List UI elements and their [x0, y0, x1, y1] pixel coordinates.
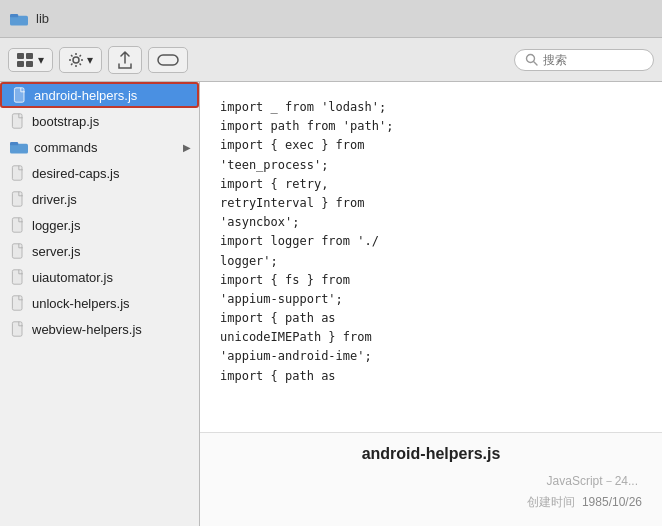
svg-rect-18: [12, 270, 22, 284]
sidebar-item-server[interactable]: server.js: [0, 238, 199, 264]
svg-rect-15: [12, 192, 22, 206]
sidebar-item-android-helpers[interactable]: android-helpers.js: [0, 82, 199, 108]
sidebar-item-desired-caps[interactable]: desired-caps.js: [0, 160, 199, 186]
file-info: android-helpers.js JavaScript－24... 创建时间…: [200, 432, 662, 526]
created-value: 1985/10/26: [582, 495, 642, 509]
svg-rect-16: [12, 218, 22, 232]
breadcrumb: lib: [10, 11, 49, 26]
main-content: android-helpers.js bootstrap.js commands…: [0, 82, 662, 526]
search-input[interactable]: [543, 53, 643, 67]
file-icon: [10, 113, 26, 129]
svg-rect-20: [12, 322, 22, 336]
svg-rect-19: [12, 296, 22, 310]
gear-icon: [68, 52, 84, 68]
svg-rect-11: [12, 114, 22, 128]
folder-icon: [10, 140, 28, 154]
svg-rect-3: [26, 53, 33, 59]
sidebar-item-label: android-helpers.js: [34, 88, 137, 103]
file-icon: [10, 269, 26, 285]
file-info-name: android-helpers.js: [220, 445, 642, 463]
svg-rect-4: [17, 61, 24, 67]
sidebar-item-label: unlock-helpers.js: [32, 296, 130, 311]
file-info-meta: JavaScript－24... 创建时间 1985/10/26: [220, 471, 642, 514]
sidebar-item-unlock-helpers[interactable]: unlock-helpers.js: [0, 290, 199, 316]
preview-pane: import _ from 'lodash'; import path from…: [200, 82, 662, 526]
svg-rect-13: [10, 142, 18, 145]
svg-point-6: [73, 57, 79, 63]
action-chevron: ▾: [87, 53, 93, 67]
file-icon: [12, 87, 28, 103]
svg-rect-5: [26, 61, 33, 67]
sidebar-item-uiautomator[interactable]: uiautomator.js: [0, 264, 199, 290]
svg-rect-17: [12, 244, 22, 258]
file-icon: [10, 321, 26, 337]
share-icon: [117, 51, 133, 69]
chevron-right-icon: ▶: [183, 142, 191, 153]
share-button[interactable]: [108, 46, 142, 74]
sidebar-item-commands[interactable]: commands ▶: [0, 134, 199, 160]
sidebar-item-webview-helpers[interactable]: webview-helpers.js: [0, 316, 199, 342]
sidebar-item-label: desired-caps.js: [32, 166, 119, 181]
sidebar-item-label: logger.js: [32, 218, 80, 233]
view-toggle-button[interactable]: ▾: [8, 48, 53, 72]
breadcrumb-label: lib: [36, 11, 49, 26]
svg-line-9: [534, 62, 537, 65]
svg-point-8: [527, 55, 535, 63]
file-icon: [10, 191, 26, 207]
grid-icon: [17, 53, 35, 67]
back-button[interactable]: [148, 47, 188, 73]
file-icon: [10, 217, 26, 233]
created-row: 创建时间 1985/10/26: [220, 492, 642, 514]
sidebar: android-helpers.js bootstrap.js commands…: [0, 82, 200, 526]
sidebar-item-label: webview-helpers.js: [32, 322, 142, 337]
svg-rect-14: [12, 166, 22, 180]
sidebar-item-bootstrap[interactable]: bootstrap.js: [0, 108, 199, 134]
toolbar: ▾ ▾: [0, 38, 662, 82]
code-content: import _ from 'lodash'; import path from…: [220, 98, 642, 386]
file-icon: [10, 243, 26, 259]
file-icon: [10, 165, 26, 181]
sidebar-item-label: uiautomator.js: [32, 270, 113, 285]
svg-rect-7: [158, 55, 178, 65]
sidebar-item-driver[interactable]: driver.js: [0, 186, 199, 212]
filetype-row: JavaScript－24...: [220, 471, 642, 493]
filetype-value: JavaScript－24...: [547, 474, 638, 488]
svg-rect-1: [10, 14, 18, 17]
sidebar-item-logger[interactable]: logger.js: [0, 212, 199, 238]
sidebar-item-label: driver.js: [32, 192, 77, 207]
created-label: 创建时间: [527, 495, 575, 509]
titlebar: lib: [0, 0, 662, 38]
svg-rect-10: [14, 88, 24, 102]
search-box[interactable]: [514, 49, 654, 71]
sidebar-item-label: commands: [34, 140, 98, 155]
view-chevron: ▾: [38, 53, 44, 67]
svg-rect-2: [17, 53, 24, 59]
action-button[interactable]: ▾: [59, 47, 102, 73]
folder-icon: [10, 12, 28, 26]
sidebar-item-label: bootstrap.js: [32, 114, 99, 129]
code-preview: import _ from 'lodash'; import path from…: [200, 82, 662, 432]
sidebar-item-label: server.js: [32, 244, 80, 259]
search-icon: [525, 53, 538, 66]
file-icon: [10, 295, 26, 311]
oval-icon: [157, 52, 179, 68]
